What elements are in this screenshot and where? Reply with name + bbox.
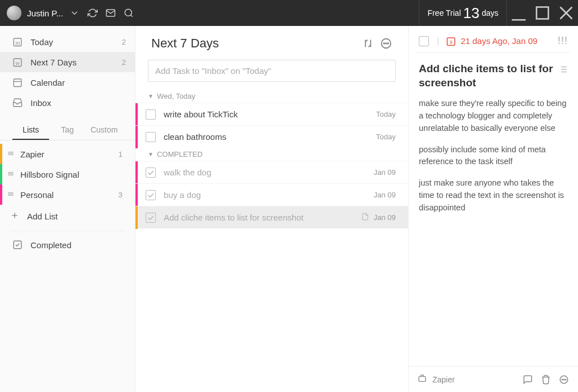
detail-notes[interactable]: make sure they're really specific to bei… [409, 94, 578, 226]
detail-due-date[interactable]: 21 days Ago, Jan 09 [461, 36, 558, 46]
svg-point-27 [386, 43, 387, 44]
inbox-icon [12, 98, 23, 108]
svg-point-39 [562, 379, 563, 380]
priority-icon[interactable]: !!! [558, 35, 568, 47]
task-color-bar [135, 206, 138, 229]
sidebar-item-label: Inbox [30, 98, 126, 108]
sidebar-item-label: Today [30, 37, 122, 47]
task-color-bar [135, 103, 138, 126]
task-row[interactable]: write about TickTick Today [135, 103, 408, 125]
sort-icon[interactable] [362, 37, 374, 50]
task-checkbox[interactable] [146, 168, 156, 178]
task-title: clean bathrooms [164, 132, 376, 142]
content-area: 30 Today 2W Next 7 Days 2 Calendar Inbox… [0, 26, 578, 392]
task-checkbox[interactable] [146, 190, 156, 200]
drag-handle-icon[interactable] [7, 149, 15, 159]
project-icon [418, 374, 427, 385]
list-label: Hillsboro Signal [20, 170, 122, 179]
username-label[interactable]: Justin P... [27, 8, 63, 18]
task-title: Add cliche items to list for screenshot [164, 213, 361, 222]
svg-point-26 [383, 43, 384, 44]
sidebar-tab-custom[interactable]: Custom [86, 121, 122, 140]
task-row[interactable]: walk the dog Jan 09 [135, 161, 408, 183]
detail-paragraph: possibly include some kind of meta refer… [419, 144, 568, 169]
task-row[interactable]: Add cliche items to list for screenshot … [135, 206, 408, 228]
sidebar-list-item[interactable]: Zapier 1 [0, 144, 135, 164]
sidebar-item-calendar[interactable]: Calendar [0, 72, 135, 93]
detail-project-name[interactable]: Zapier [432, 375, 515, 384]
svg-text:W: W [15, 61, 20, 66]
svg-point-1 [125, 9, 132, 16]
task-date: Jan 09 [374, 213, 396, 222]
sidebar: 30 Today 2W Next 7 Days 2 Calendar Inbox… [0, 26, 135, 392]
detail-task-title[interactable]: Add cliche items to list for screenshot [419, 62, 553, 90]
task-title: buy a dog [164, 190, 374, 200]
list-label: Personal [20, 190, 119, 200]
check-icon [12, 240, 23, 250]
svg-point-41 [565, 379, 566, 380]
drag-handle-icon[interactable] [7, 170, 15, 179]
mail-icon[interactable] [106, 8, 116, 18]
sidebar-completed[interactable]: Completed [0, 235, 135, 255]
search-icon[interactable] [124, 8, 134, 18]
sidebar-completed-label: Completed [30, 240, 126, 250]
sidebar-item-today[interactable]: 30 Today 2 [0, 32, 135, 52]
trial-badge[interactable]: Free Trial 13 days [419, 0, 507, 26]
task-row[interactable]: buy a dog Jan 09 [135, 183, 408, 206]
svg-line-2 [130, 15, 132, 16]
task-date: Today [376, 110, 396, 118]
list-color-bar [0, 184, 2, 205]
task-title: write about TickTick [164, 109, 376, 119]
window-maximize-button[interactable] [531, 0, 554, 26]
plus-icon [10, 211, 19, 222]
svg-rect-24 [14, 241, 21, 249]
comment-icon[interactable] [523, 375, 533, 385]
caret-down-icon: ▼ [148, 93, 154, 99]
task-row[interactable]: clean bathrooms Today [135, 125, 408, 148]
drag-handle-icon[interactable] [7, 190, 15, 200]
task-title: walk the dog [164, 168, 374, 177]
more-icon[interactable] [380, 37, 392, 50]
sidebar-list-item[interactable]: Personal 3 [0, 184, 135, 205]
more-icon[interactable] [559, 375, 569, 385]
trash-icon[interactable] [541, 375, 551, 385]
detail-complete-checkbox[interactable] [419, 36, 429, 46]
section-label: Wed, Today [157, 92, 195, 100]
trial-days: 13 [463, 5, 480, 22]
note-icon [361, 213, 369, 222]
calendar-icon[interactable]: 9 [446, 36, 456, 46]
section-header[interactable]: ▼Wed, Today [135, 90, 408, 103]
sidebar-item-next7[interactable]: W Next 7 Days 2 [0, 52, 135, 72]
task-checkbox[interactable] [146, 132, 156, 142]
task-date: Jan 09 [374, 168, 396, 177]
add-task-input[interactable]: Add Task to "Inbox" on "Today" [148, 60, 396, 82]
task-date: Jan 09 [374, 191, 396, 199]
task-date: Today [376, 133, 396, 141]
window-minimize-button[interactable] [507, 0, 531, 26]
sync-icon[interactable] [87, 8, 98, 18]
detail-paragraph: make sure they're really specific to bei… [419, 98, 568, 134]
detail-paragraph: just make sure anyone who takes the time… [419, 177, 568, 214]
chevron-down-icon[interactable] [69, 8, 80, 18]
today-icon: 30 [12, 37, 23, 47]
user-avatar[interactable] [7, 6, 21, 20]
window-close-button[interactable] [554, 0, 578, 26]
sidebar-tab-tag[interactable]: Tag [49, 121, 86, 140]
sidebar-item-inbox[interactable]: Inbox [0, 93, 135, 113]
add-task-placeholder: Add Task to "Inbox" on "Today" [155, 66, 271, 76]
add-list-button[interactable]: Add List [0, 205, 135, 227]
add-list-label: Add List [27, 212, 58, 221]
sidebar-tab-lists[interactable]: Lists [12, 121, 49, 140]
outline-icon[interactable] [558, 64, 568, 77]
task-list-panel: Next 7 Days Add Task to "Inbox" on "Toda… [135, 26, 409, 392]
task-checkbox[interactable] [146, 213, 156, 223]
task-checkbox[interactable] [146, 109, 156, 120]
svg-text:30: 30 [15, 41, 20, 46]
sidebar-list-item[interactable]: Hillsboro Signal [0, 164, 135, 184]
trial-prefix: Free Trial [427, 8, 461, 17]
page-title: Next 7 Days [151, 36, 356, 51]
list-count: 3 [119, 191, 122, 199]
trial-suffix: days [481, 8, 498, 17]
sidebar-item-count: 2 [122, 38, 126, 46]
section-header[interactable]: ▼COMPLETED [135, 148, 408, 161]
